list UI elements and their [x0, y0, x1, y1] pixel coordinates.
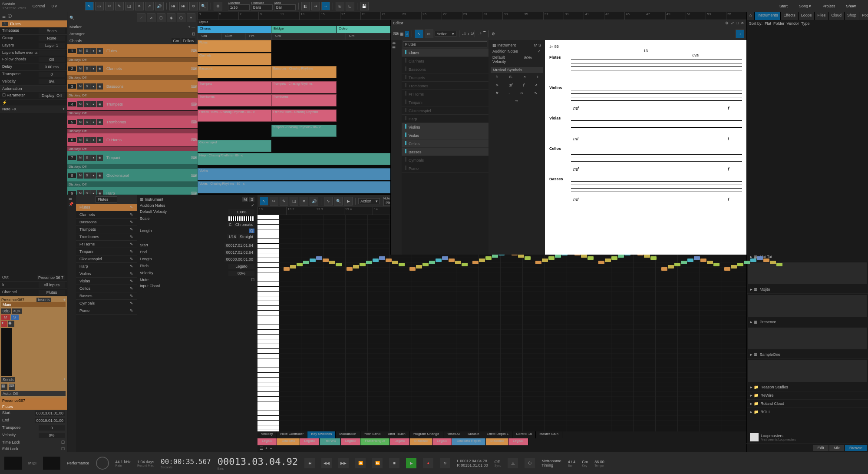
midi-note[interactable] [422, 263, 429, 266]
midi-note[interactable] [449, 259, 455, 262]
track-solo[interactable]: S [84, 155, 90, 161]
grid-btn[interactable]: ⊞ [336, 2, 344, 10]
midi-note[interactable] [674, 263, 680, 266]
event-velocity[interactable]: 0% [39, 433, 65, 438]
midi-note[interactable] [776, 263, 782, 266]
keyswitch-staccato[interactable]: Staccato [277, 438, 300, 445]
edit-icon[interactable]: ✎ [130, 279, 133, 283]
sym-gliss[interactable]: ∿ [534, 91, 538, 96]
note-dot-icon[interactable]: · [478, 32, 479, 36]
midi-note[interactable] [535, 261, 541, 264]
browse-tab[interactable]: Browse [845, 445, 867, 451]
add-insert-icon[interactable]: + [63, 298, 66, 302]
midi-note[interactable] [284, 267, 290, 271]
erase-tool[interactable]: ◫ [125, 2, 134, 10]
track-instrument-icon[interactable]: ⌨ [191, 102, 197, 106]
ff-btn[interactable]: ⏭ [179, 2, 188, 10]
edit-icon[interactable]: ✎ [130, 301, 133, 305]
midi-note[interactable] [581, 254, 587, 258]
solo-btn[interactable]: S [11, 315, 19, 320]
insp-delay[interactable]: 0.00 ms [39, 64, 65, 70]
lane-add-icon[interactable]: + [265, 446, 267, 451]
track-display[interactable]: Display: Off [67, 57, 198, 62]
sort-flat[interactable]: Flat [765, 21, 771, 26]
keyswitch-legato[interactable]: Legato [300, 438, 320, 445]
track-solo[interactable]: S [84, 172, 90, 179]
track-mute[interactable]: M [77, 155, 83, 161]
event-end[interactable]: 00019.01.01.00 [35, 418, 65, 423]
paint-tool[interactable]: ✎ [115, 2, 124, 10]
track-mon[interactable]: ◉ [97, 172, 103, 179]
score-velocity[interactable]: 80% [515, 55, 541, 64]
lane-menu-icon[interactable]: ☰ [260, 446, 263, 451]
keyswitch-legato[interactable]: Legato [257, 438, 277, 445]
time-lock-toggle[interactable]: ☐ [61, 440, 65, 444]
note-mute[interactable]: ☐ [251, 278, 254, 282]
sym-cresc[interactable]: < [535, 83, 537, 87]
key-switch-lane[interactable]: LegatoStaccatoLegatoTrill WSLegatoFlutte… [257, 438, 746, 445]
tempo[interactable]: 86.00 [594, 460, 604, 464]
track-glockenspiel[interactable]: 8 MS●◉ Glockenspiel ⌨ Display: Off [67, 169, 198, 187]
search-icon[interactable]: 🔍 [69, 16, 74, 20]
track-instrument-icon[interactable]: ⌨ [191, 49, 197, 53]
edit-icon[interactable]: ✎ [130, 205, 133, 209]
record-btn[interactable]: ● [1, 321, 7, 327]
keyswitch-staccato[interactable]: Staccato [410, 438, 432, 445]
inserts-label[interactable]: Inserts [36, 298, 51, 302]
curve-tool-1[interactable]: ⟋ [137, 13, 145, 22]
sort-type[interactable]: Type [801, 21, 810, 26]
track-mon[interactable]: ◉ [97, 83, 103, 89]
track-mute[interactable]: M [77, 101, 83, 107]
length-val[interactable]: 1/16 [227, 234, 238, 239]
auto-mode[interactable]: Auto: Off [1, 391, 66, 396]
midi-note[interactable] [700, 259, 706, 262]
lane-tab-modulation[interactable]: Modulation [336, 431, 360, 438]
midi-note[interactable] [707, 261, 713, 264]
chords-follow[interactable]: Follow [182, 38, 195, 43]
insp-layers-follow-events[interactable] [39, 50, 65, 55]
editor-track-trumpets[interactable]: Trumpets✎ [76, 226, 137, 233]
play-btn[interactable]: ▶ [406, 458, 416, 468]
scale-type[interactable]: Chromatic [234, 222, 254, 227]
track-rec[interactable]: ● [90, 172, 96, 179]
clip[interactable]: Trombones [271, 94, 337, 106]
midi-note[interactable] [379, 256, 385, 260]
timeline-ruler[interactable]: 3579111315171921232527293133353739414345… [198, 12, 746, 20]
score-track-cellos[interactable]: Cellos [402, 139, 488, 148]
chord-cell[interactable]: Cm [271, 33, 345, 40]
monitor-btn[interactable]: ◉ [8, 321, 14, 327]
midi-note[interactable] [644, 254, 650, 258]
midi-note[interactable] [750, 259, 756, 262]
add-icon[interactable]: + [63, 107, 65, 111]
edit-icon[interactable]: ✎ [130, 212, 133, 217]
mix-tab[interactable]: Mix [829, 445, 844, 451]
track-mon[interactable]: ◉ [97, 66, 103, 72]
score-track-fr horns[interactable]: Fr Horns [402, 90, 488, 98]
staff-violas[interactable]: Violasmff [549, 114, 742, 142]
midi-note[interactable] [598, 261, 604, 264]
keyswitch-legato[interactable]: Legato [508, 438, 528, 445]
score-track-glockenspiel[interactable]: Glockenspiel [402, 106, 488, 115]
track-instrument-icon[interactable]: ⌨ [191, 191, 197, 195]
listen-tool[interactable]: 🔊 [155, 2, 164, 10]
track-solo[interactable]: S [84, 48, 90, 54]
edit-icon[interactable]: ✎ [130, 294, 133, 298]
split-tool[interactable]: ✂ [105, 2, 114, 10]
staff-flutes[interactable]: Flutes8va [549, 53, 742, 81]
keyboard-icon[interactable]: ⌨ [9, 384, 15, 390]
output-dropdown[interactable]: Presence 36 7 [37, 275, 65, 280]
display-off-dropdown[interactable]: Display: Off [39, 93, 65, 98]
default-velocity[interactable]: 100% [228, 209, 254, 215]
metronome-btn[interactable]: △ [508, 458, 518, 468]
sort-vendor[interactable]: Vendor [787, 21, 799, 26]
midi-note[interactable] [353, 265, 359, 268]
track-instrument-icon[interactable]: ⌨ [191, 173, 197, 178]
insp-transpose[interactable]: 0 [39, 72, 65, 77]
midi-note[interactable] [436, 259, 442, 262]
position-display[interactable]: 00013.03.04.92 [218, 456, 298, 467]
track-rec[interactable]: ● [90, 190, 96, 195]
fx-icon[interactable]: ⚡ [2, 100, 7, 105]
preset-display[interactable]: Sustain 17-Prese..e523 [2, 2, 26, 10]
insp-follow-chords[interactable]: Off [39, 57, 65, 62]
score-config-icon[interactable]: ⚙ [725, 21, 729, 25]
